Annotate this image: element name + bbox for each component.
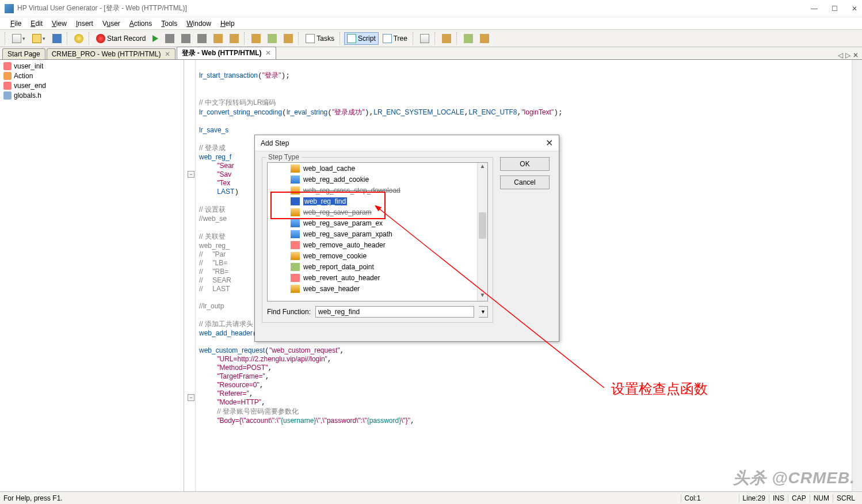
status-col: Col:1 [681, 494, 704, 502]
skip-button[interactable] [194, 32, 209, 45]
sidebar-item-globals[interactable]: globals.h [1, 90, 182, 100]
tb-misc1[interactable] [211, 32, 226, 45]
function-icon [291, 230, 300, 238]
menu-tools[interactable]: Tools [158, 18, 181, 29]
script-view-button[interactable]: Script [344, 32, 379, 45]
function-icon [291, 175, 300, 184]
stop-button[interactable] [162, 32, 177, 45]
tab-login[interactable]: 登录 - Web (HTTP/HTML)✕ [177, 47, 276, 59]
find-function-input[interactable] [315, 306, 474, 318]
tb-icon-g[interactable] [477, 32, 492, 45]
function-icon [291, 263, 300, 271]
close-tab-icon[interactable]: ✕ [165, 50, 170, 58]
scroll-thumb[interactable] [479, 212, 486, 239]
dialog-title: Add Step [261, 139, 289, 147]
fold-marker[interactable]: − [188, 171, 194, 178]
menu-insert[interactable]: Insert [73, 18, 97, 29]
tb-icon-d[interactable] [417, 32, 432, 45]
play-button[interactable] [150, 32, 161, 45]
menu-edit[interactable]: Edit [27, 18, 46, 29]
tb-icon-a[interactable] [249, 32, 264, 45]
status-line: Line:29 [739, 494, 769, 502]
annotation-highlight-box [270, 192, 386, 219]
function-icon [291, 219, 300, 227]
script-action-icon [3, 72, 12, 80]
ok-button[interactable]: OK [500, 157, 550, 171]
close-tab-icon[interactable]: ✕ [265, 49, 271, 57]
new-button[interactable] [9, 32, 28, 45]
open-button[interactable] [29, 32, 48, 45]
wizard-button[interactable] [71, 32, 86, 45]
find-function-label: Find Function: [267, 308, 311, 316]
list-item: web_reg_save_param_xpath [268, 228, 487, 239]
menu-window[interactable]: Window [183, 18, 215, 29]
menubar: File Edit View Insert Vuser Actions Tool… [0, 17, 862, 30]
sidebar-item-action[interactable]: Action [1, 71, 182, 81]
status-num: NUM [810, 494, 833, 502]
titlebar: HP Virtual User Generator - [登录 - Web (H… [0, 0, 862, 17]
tab-start-page[interactable]: Start Page [2, 48, 45, 59]
menu-file[interactable]: File [7, 18, 25, 29]
function-icon [291, 165, 300, 173]
status-cap: CAP [788, 494, 810, 502]
start-record-button[interactable]: Start Record [93, 32, 148, 45]
list-item: web_reg_add_cookie [268, 174, 487, 185]
tree-view-button[interactable]: Tree [380, 32, 410, 45]
editor-scrollbar[interactable] [852, 60, 862, 491]
minimize-button[interactable]: — [811, 5, 818, 13]
fold-marker[interactable]: − [188, 394, 194, 401]
document-tabs: Start Page CRMEB_PRO - Web (HTTP/HTML)✕ … [0, 47, 862, 60]
script-init-icon [3, 62, 12, 70]
list-item: web_remove_auto_header [268, 239, 487, 250]
app-icon [5, 4, 14, 13]
maximize-button[interactable]: ☐ [832, 5, 838, 13]
sidebar-item-vuser-init[interactable]: vuser_init [1, 61, 182, 71]
menu-help[interactable]: Help [217, 18, 238, 29]
step-type-fieldset: Step Type web_load_cache web_reg_add_coo… [262, 157, 493, 323]
script-sidebar: vuser_init Action vuser_end globals.h [0, 60, 184, 491]
tb-icon-b[interactable] [265, 32, 280, 45]
scroll-up-icon[interactable]: ▲ [478, 163, 487, 172]
function-icon [291, 252, 300, 260]
cancel-button[interactable]: Cancel [500, 175, 550, 189]
step-type-listbox[interactable]: web_load_cache web_reg_add_cookie web_re… [267, 162, 488, 301]
tab-crmeb-pro[interactable]: CRMEB_PRO - Web (HTTP/HTML)✕ [47, 48, 176, 59]
toolbar: Start Record Tasks Script Tree [0, 30, 862, 47]
list-item: web_revert_auto_header [268, 272, 487, 283]
function-icon [291, 285, 300, 293]
menu-vuser[interactable]: Vuser [99, 18, 124, 29]
tb-misc2[interactable] [227, 32, 242, 45]
list-item: web_save_header [268, 283, 487, 294]
dialog-close-button[interactable]: ✕ [546, 138, 553, 148]
window-title: HP Virtual User Generator - [登录 - Web (H… [17, 3, 187, 13]
script-end-icon [3, 82, 12, 90]
add-step-dialog: Add Step ✕ Step Type web_load_cache web_… [254, 135, 559, 342]
close-button[interactable]: ✕ [852, 5, 857, 13]
listbox-scrollbar[interactable]: ▲ ▼ [477, 163, 487, 301]
function-icon [291, 274, 300, 282]
statusbar: For Help, press F1. Col:1 Line:29 INS CA… [0, 491, 862, 504]
status-help-text: For Help, press F1. [3, 494, 63, 502]
tab-close-icon[interactable]: ✕ [853, 51, 859, 59]
find-function-dropdown-icon[interactable]: ▼ [479, 306, 488, 318]
tb-icon-c[interactable] [281, 32, 296, 45]
tasks-button[interactable]: Tasks [303, 32, 337, 45]
menu-view[interactable]: View [48, 18, 70, 29]
list-item: web_remove_cookie [268, 250, 487, 261]
pause-button[interactable] [178, 32, 193, 45]
save-button[interactable] [49, 32, 64, 45]
tab-prev-icon[interactable]: ◁ [838, 51, 843, 59]
list-item: web_report_data_point [268, 261, 487, 272]
tb-icon-e[interactable] [439, 32, 454, 45]
tab-next-icon[interactable]: ▷ [845, 51, 850, 59]
sidebar-item-vuser-end[interactable]: vuser_end [1, 81, 182, 90]
status-ins: INS [769, 494, 788, 502]
function-icon [291, 241, 300, 249]
tb-icon-f[interactable] [461, 32, 476, 45]
menu-actions[interactable]: Actions [126, 18, 155, 29]
status-scrl: SCRL [833, 494, 859, 502]
editor-gutter [184, 60, 196, 491]
list-item: web_load_cache [268, 163, 487, 174]
watermark: 头杀 @CRMEB. [733, 467, 855, 489]
scroll-down-icon[interactable]: ▼ [478, 292, 487, 301]
